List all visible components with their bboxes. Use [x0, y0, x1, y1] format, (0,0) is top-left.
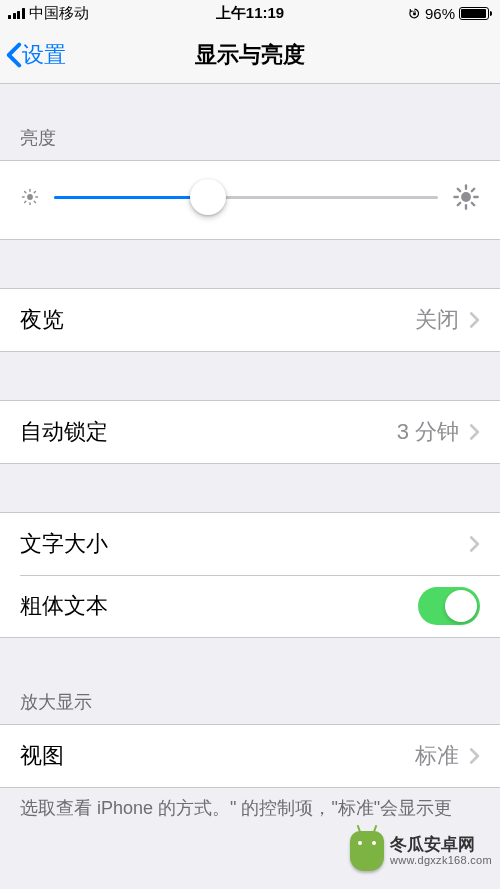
signal-icon: [8, 7, 25, 19]
svg-line-8: [25, 201, 26, 202]
spacer: [0, 352, 500, 400]
bold-text-cell: 粗体文本: [0, 575, 500, 637]
watermark-url: www.dgxzk168.com: [390, 854, 492, 866]
battery-icon: [459, 7, 492, 20]
slider-fill: [54, 196, 208, 199]
svg-line-15: [458, 189, 460, 191]
zoom-footer: 选取查看 iPhone 的方式。" 的控制项，"标准"会显示更: [0, 788, 500, 829]
spacer: [0, 464, 500, 512]
night-shift-value: 关闭: [415, 305, 459, 335]
toggle-knob: [445, 590, 477, 622]
svg-point-10: [461, 192, 471, 202]
night-shift-label: 夜览: [20, 305, 64, 335]
status-right: 96%: [408, 5, 492, 22]
brightness-slider[interactable]: [54, 196, 438, 199]
sun-small-icon: [20, 187, 40, 207]
chevron-right-icon: [469, 423, 480, 441]
bold-text-toggle[interactable]: [418, 587, 480, 625]
zoom-header: 放大显示: [0, 638, 500, 724]
svg-line-9: [34, 192, 35, 193]
night-shift-cell[interactable]: 夜览 关闭: [0, 289, 500, 351]
back-label: 设置: [22, 40, 66, 70]
svg-point-1: [27, 194, 33, 200]
spacer: [0, 240, 500, 288]
view-cell[interactable]: 视图 标准: [0, 725, 500, 787]
svg-line-6: [25, 192, 26, 193]
status-bar: 中国移动 上午11:19 96%: [0, 0, 500, 26]
chevron-right-icon: [469, 747, 480, 765]
android-icon: [350, 831, 384, 871]
chevron-right-icon: [469, 535, 480, 553]
svg-line-17: [458, 203, 460, 205]
svg-line-18: [472, 189, 474, 191]
auto-lock-label: 自动锁定: [20, 417, 108, 447]
chevron-right-icon: [469, 311, 480, 329]
text-size-cell[interactable]: 文字大小: [0, 513, 500, 575]
rotation-lock-icon: [408, 7, 421, 20]
watermark-name: 冬瓜安卓网: [390, 836, 492, 855]
carrier-label: 中国移动: [29, 4, 89, 23]
nav-bar: 设置 显示与亮度: [0, 26, 500, 84]
brightness-cell: [0, 160, 500, 240]
battery-percent: 96%: [425, 5, 455, 22]
bold-text-label: 粗体文本: [20, 591, 108, 621]
svg-line-16: [472, 203, 474, 205]
slider-thumb[interactable]: [190, 179, 226, 215]
battery-fill: [461, 9, 486, 18]
page-title: 显示与亮度: [195, 40, 305, 70]
brightness-header: 亮度: [0, 84, 500, 160]
view-label: 视图: [20, 741, 64, 771]
chevron-left-icon: [6, 42, 22, 68]
sun-large-icon: [452, 183, 480, 211]
auto-lock-cell[interactable]: 自动锁定 3 分钟: [0, 401, 500, 463]
auto-lock-value: 3 分钟: [397, 417, 459, 447]
status-left: 中国移动: [8, 4, 89, 23]
back-button[interactable]: 设置: [6, 40, 66, 70]
svg-line-7: [34, 201, 35, 202]
view-value: 标准: [415, 741, 459, 771]
svg-rect-0: [413, 12, 416, 15]
watermark: 冬瓜安卓网 www.dgxzk168.com: [350, 831, 492, 871]
status-time: 上午11:19: [216, 4, 284, 23]
text-size-label: 文字大小: [20, 529, 108, 559]
